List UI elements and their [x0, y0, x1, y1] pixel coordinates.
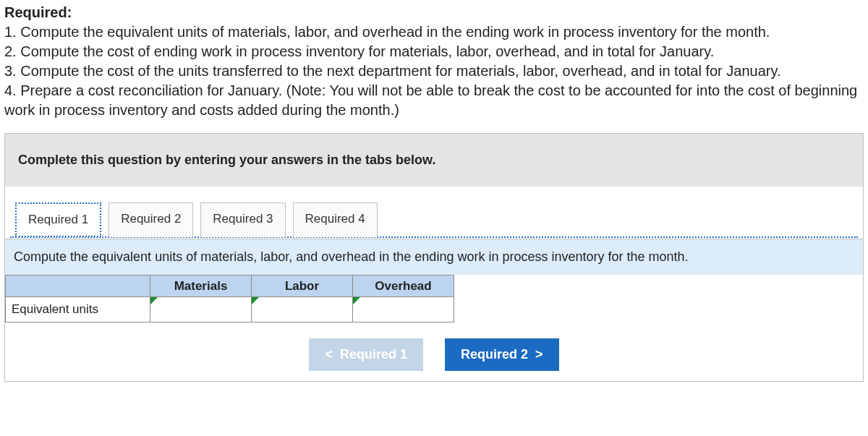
required-heading: Required: — [4, 4, 72, 20]
col-header-materials: Materials — [150, 275, 252, 297]
input-marker-icon — [252, 297, 259, 304]
prompt-line-2: 2. Compute the cost of ending work in pr… — [4, 43, 714, 59]
cell-overhead[interactable] — [353, 297, 454, 322]
input-materials[interactable] — [156, 300, 245, 319]
chevron-right-icon: > — [535, 347, 543, 362]
col-header-overhead: Overhead — [353, 275, 454, 297]
tab-required-4[interactable]: Required 4 — [293, 202, 378, 237]
cell-labor[interactable] — [252, 297, 353, 322]
chevron-left-icon: < — [325, 347, 333, 362]
tab-required-2[interactable]: Required 2 — [109, 202, 193, 237]
col-header-labor: Labor — [252, 275, 353, 297]
prompt-line-3: 3. Compute the cost of the units transfe… — [4, 63, 781, 79]
next-button-label: Required 2 — [461, 347, 528, 362]
prev-button[interactable]: < Required 1 — [309, 338, 423, 371]
tab-required-3[interactable]: Required 3 — [200, 202, 285, 237]
nav-row: < Required 1 Required 2 > — [5, 322, 863, 381]
table-corner-blank — [6, 275, 150, 297]
next-button[interactable]: Required 2 > — [445, 338, 559, 371]
prev-button-label: Required 1 — [340, 347, 407, 362]
tabs-row: Required 1 Required 2 Required 3 Require… — [5, 187, 863, 237]
input-marker-icon — [353, 297, 360, 304]
input-overhead[interactable] — [359, 300, 448, 319]
input-marker-icon — [150, 297, 158, 304]
instruction-bar: Complete this question by entering your … — [5, 134, 863, 187]
row-label-equivalent-units: Equivalent units — [6, 297, 150, 322]
prompt-line-4: 4. Prepare a cost reconciliation for Jan… — [4, 82, 857, 118]
cell-materials[interactable] — [150, 297, 252, 322]
prompt-line-1: 1. Compute the equivalent units of mater… — [4, 24, 770, 40]
tab-required-1[interactable]: Required 1 — [15, 202, 101, 237]
table-row: Equivalent units — [6, 297, 454, 322]
answer-container: Complete this question by entering your … — [4, 133, 864, 382]
equivalent-units-table: Materials Labor Overhead Equivalent unit… — [5, 275, 454, 322]
tab-subprompt: Compute the equivalent units of material… — [5, 239, 863, 275]
input-labor[interactable] — [258, 300, 346, 319]
